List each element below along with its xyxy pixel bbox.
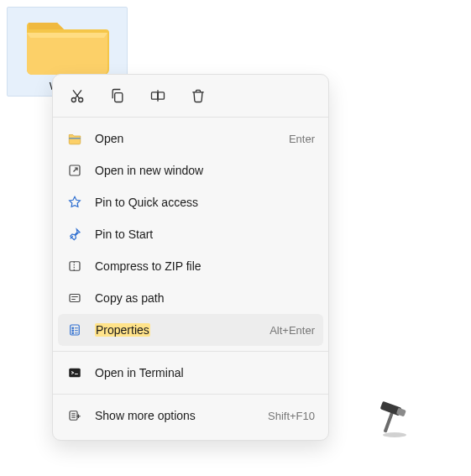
cut-icon[interactable]	[68, 86, 86, 105]
menu-pin-start-label: Pin to Start	[95, 228, 315, 241]
svg-rect-2	[115, 93, 123, 102]
menu-properties-label: Properties	[95, 323, 258, 337]
separator	[53, 351, 328, 352]
menu-pin-quick-access[interactable]: Pin to Quick access	[58, 186, 323, 218]
menu-compress-zip[interactable]: Compress to ZIP file	[58, 250, 323, 282]
menu-open-shortcut: Enter	[289, 133, 315, 145]
delete-icon[interactable]	[189, 86, 207, 105]
separator	[53, 394, 328, 395]
new-window-icon	[66, 162, 83, 179]
svg-rect-3	[152, 92, 159, 99]
menu-copy-path-label: Copy as path	[95, 291, 315, 305]
svg-point-1	[79, 98, 83, 102]
menu-show-more-label: Show more options	[95, 409, 256, 422]
context-menu-toolbar	[53, 75, 328, 115]
menu-copy-path[interactable]: Copy as path	[58, 282, 323, 314]
svg-rect-7	[70, 295, 80, 302]
pin-icon	[66, 226, 83, 243]
menu-open[interactable]: Open Enter	[58, 123, 323, 154]
svg-point-11	[72, 332, 74, 334]
menu-pin-quick-access-label: Pin to Quick access	[95, 196, 315, 209]
svg-point-17	[383, 432, 406, 437]
svg-rect-4	[158, 92, 165, 99]
svg-rect-14	[384, 411, 395, 433]
svg-rect-6	[70, 262, 80, 271]
star-icon	[66, 194, 83, 211]
zip-icon	[66, 258, 83, 275]
svg-point-9	[72, 327, 74, 329]
svg-rect-12	[69, 369, 81, 378]
menu-properties[interactable]: Properties Alt+Enter	[58, 314, 323, 346]
context-menu: Open Enter Open in new window Pin to Qui…	[52, 74, 329, 441]
open-icon	[66, 130, 83, 147]
svg-point-10	[72, 330, 74, 332]
terminal-icon	[66, 364, 83, 381]
copy-path-icon	[66, 290, 83, 306]
svg-point-0	[71, 98, 76, 102]
copy-icon[interactable]	[108, 86, 127, 105]
show-more-icon	[66, 407, 83, 424]
menu-properties-shortcut: Alt+Enter	[270, 324, 315, 337]
separator	[53, 117, 328, 118]
properties-icon	[66, 322, 83, 338]
rename-icon[interactable]	[149, 86, 167, 105]
menu-open-terminal[interactable]: Open in Terminal	[58, 357, 323, 389]
menu-open-new-window[interactable]: Open in new window	[58, 154, 323, 186]
menu-show-more[interactable]: Show more options Shift+F10	[58, 400, 323, 432]
menu-open-label: Open	[95, 132, 277, 145]
menu-open-terminal-label: Open in Terminal	[95, 366, 315, 379]
hammer-cursor-icon	[369, 396, 411, 438]
menu-pin-start[interactable]: Pin to Start	[58, 218, 323, 250]
menu-open-new-window-label: Open in new window	[95, 164, 315, 177]
folder-icon	[25, 13, 109, 76]
menu-compress-zip-label: Compress to ZIP file	[95, 259, 315, 273]
menu-show-more-shortcut: Shift+F10	[268, 410, 315, 422]
